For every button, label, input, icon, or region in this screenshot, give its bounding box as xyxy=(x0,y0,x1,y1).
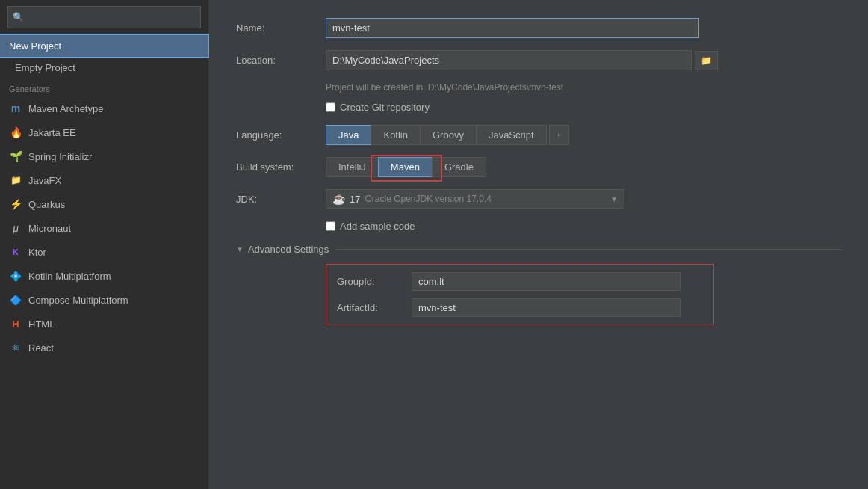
build-system-row: Build system: IntelliJ Maven Gradle xyxy=(236,157,841,177)
search-icon: 🔍 xyxy=(13,12,24,22)
location-row: Location: 📁 xyxy=(236,50,841,70)
maven-archetype-label: Maven Archetype xyxy=(28,103,103,114)
jdk-icon: ☕ xyxy=(332,193,345,205)
name-row: Name: xyxy=(236,18,841,38)
group-id-row: GroupId: xyxy=(337,272,703,291)
spring-initializr-icon: 🌱 xyxy=(9,150,22,163)
language-groovy-button[interactable]: Groovy xyxy=(420,125,477,145)
advanced-settings-label: Advanced Settings xyxy=(248,244,329,255)
compose-multiplatform-label: Compose Multiplatform xyxy=(28,295,128,306)
empty-project-label: Empty Project xyxy=(15,62,75,73)
search-bar[interactable]: 🔍 xyxy=(0,0,208,35)
ktor-label: Ktor xyxy=(28,247,46,258)
quarkus-icon: ⚡ xyxy=(9,197,22,211)
build-system-label: Build system: xyxy=(236,162,326,173)
micronaut-label: Micronaut xyxy=(28,223,71,234)
language-label: Language: xyxy=(236,129,326,141)
sidebar-item-maven-archetype[interactable]: m Maven Archetype xyxy=(0,96,208,120)
new-project-label: New Project xyxy=(9,40,61,52)
jdk-dropdown[interactable]: ☕ 17 Oracle OpenJDK version 17.0.4 ▼ xyxy=(326,189,624,209)
advanced-settings-content: GroupId: ArtifactId: xyxy=(326,264,714,325)
micronaut-icon: μ xyxy=(9,221,22,235)
jakarta-ee-label: Jakarta EE xyxy=(28,127,76,138)
sidebar-item-empty-project[interactable]: Empty Project xyxy=(0,57,208,79)
group-id-label: GroupId: xyxy=(337,276,412,287)
advanced-settings-section: ▼ Advanced Settings GroupId: ArtifactId: xyxy=(236,244,841,325)
sidebar-item-compose-multiplatform[interactable]: 🔷 Compose Multiplatform xyxy=(0,288,208,312)
sample-code-row[interactable]: Add sample code xyxy=(326,221,841,232)
location-label: Location: xyxy=(236,55,326,66)
git-checkbox-label: Create Git repository xyxy=(340,102,430,113)
sidebar-item-jakarta-ee[interactable]: 🔥 Jakarta EE xyxy=(0,120,208,144)
sidebar: 🔍 New Project Empty Project Generators m… xyxy=(0,0,209,489)
location-control: 📁 xyxy=(326,50,774,70)
sidebar-item-ktor[interactable]: K Ktor xyxy=(0,240,208,264)
artifact-id-row: ArtifactId: xyxy=(337,298,703,317)
sidebar-item-spring-initializr[interactable]: 🌱 Spring Initializr xyxy=(0,144,208,168)
name-input[interactable] xyxy=(326,18,699,38)
sidebar-item-javafx[interactable]: 📁 JavaFX xyxy=(0,168,208,192)
compose-multiplatform-icon: 🔷 xyxy=(9,293,22,307)
language-java-button[interactable]: Java xyxy=(326,125,371,145)
jdk-row: JDK: ☕ 17 Oracle OpenJDK version 17.0.4 … xyxy=(236,189,841,209)
generators-section-label: Generators xyxy=(0,79,208,96)
language-kotlin-button[interactable]: Kotlin xyxy=(371,125,421,145)
kotlin-multiplatform-icon: 💠 xyxy=(9,269,22,283)
jakarta-ee-icon: 🔥 xyxy=(9,126,22,139)
git-checkbox[interactable] xyxy=(326,102,335,112)
group-id-input[interactable] xyxy=(412,272,681,291)
name-label: Name: xyxy=(236,22,326,34)
react-icon: ⚛ xyxy=(9,341,22,354)
add-language-button[interactable]: + xyxy=(549,125,570,145)
sidebar-item-quarkus[interactable]: ⚡ Quarkus xyxy=(0,192,208,216)
language-javascript-button[interactable]: JavaScript xyxy=(476,125,547,145)
maven-archetype-icon: m xyxy=(9,102,22,115)
search-input[interactable] xyxy=(27,9,196,25)
jdk-chevron-icon: ▼ xyxy=(610,195,618,203)
sidebar-item-micronaut[interactable]: μ Micronaut xyxy=(0,216,208,240)
kotlin-multiplatform-label: Kotlin Multiplatform xyxy=(28,271,111,282)
artifact-id-label: ArtifactId: xyxy=(337,302,412,313)
language-row: Language: Java Kotlin Groovy JavaScript … xyxy=(236,125,841,145)
quarkus-label: Quarkus xyxy=(28,199,65,210)
main-content: Name: Location: 📁 Project will be create… xyxy=(209,0,868,489)
sample-code-label: Add sample code xyxy=(340,221,415,232)
build-button-group: IntelliJ Maven Gradle xyxy=(326,157,486,177)
sample-code-checkbox[interactable] xyxy=(326,221,335,231)
build-maven-button[interactable]: Maven xyxy=(378,157,433,177)
advanced-divider xyxy=(336,249,841,250)
language-control: Java Kotlin Groovy JavaScript + xyxy=(326,125,774,145)
advanced-chevron-icon: ▼ xyxy=(236,245,244,253)
git-checkbox-row[interactable]: Create Git repository xyxy=(326,102,841,113)
sidebar-item-react[interactable]: ⚛ React xyxy=(0,336,208,360)
spring-initializr-label: Spring Initializr xyxy=(28,151,92,162)
sidebar-item-new-project[interactable]: New Project xyxy=(0,35,208,57)
language-button-group: Java Kotlin Groovy JavaScript xyxy=(326,125,546,145)
location-input[interactable] xyxy=(326,50,692,70)
react-label: React xyxy=(28,342,54,354)
javafx-icon: 📁 xyxy=(9,173,22,187)
build-intellij-button[interactable]: IntelliJ xyxy=(326,157,379,177)
artifact-id-input[interactable] xyxy=(412,298,681,317)
advanced-settings-header[interactable]: ▼ Advanced Settings xyxy=(236,244,841,255)
sidebar-item-kotlin-multiplatform[interactable]: 💠 Kotlin Multiplatform xyxy=(0,264,208,288)
html-icon: H xyxy=(9,317,22,330)
javafx-label: JavaFX xyxy=(28,175,61,186)
sidebar-item-html[interactable]: H HTML xyxy=(0,312,208,336)
jdk-version: 17 xyxy=(350,194,360,205)
project-path-hint: Project will be created in: D:\MyCode\Ja… xyxy=(326,82,841,93)
html-label: HTML xyxy=(28,319,55,330)
jdk-label: JDK: xyxy=(236,194,326,205)
build-system-wrapper: IntelliJ Maven Gradle xyxy=(326,157,774,177)
name-control xyxy=(326,18,774,38)
browse-button[interactable]: 📁 xyxy=(695,51,718,70)
ktor-icon: K xyxy=(9,245,22,259)
jdk-description: Oracle OpenJDK version 17.0.4 xyxy=(365,194,606,204)
build-system-control: IntelliJ Maven Gradle xyxy=(326,157,774,177)
jdk-control: ☕ 17 Oracle OpenJDK version 17.0.4 ▼ xyxy=(326,189,774,209)
build-gradle-button[interactable]: Gradle xyxy=(432,157,486,177)
